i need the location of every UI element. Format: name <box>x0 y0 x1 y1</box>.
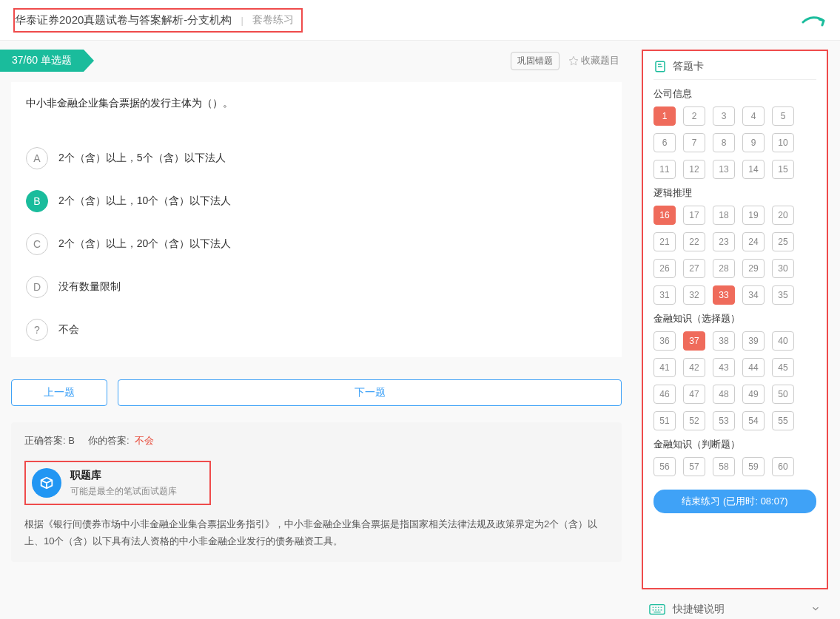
chevron-down-icon <box>810 603 821 616</box>
question-number-18[interactable]: 18 <box>713 206 735 225</box>
question-number-60[interactable]: 60 <box>772 457 794 476</box>
question-number-25[interactable]: 25 <box>772 232 794 251</box>
question-number-6[interactable]: 6 <box>653 133 676 152</box>
question-number-24[interactable]: 24 <box>742 232 765 251</box>
question-number-22[interactable]: 22 <box>683 232 705 251</box>
question-number-52[interactable]: 52 <box>683 411 705 430</box>
choice-?[interactable]: ?不会 <box>26 319 607 341</box>
choice-text: 2个（含）以上，10个（含）以下法人 <box>58 195 231 208</box>
question-number-16[interactable]: 16 <box>653 206 676 225</box>
svg-rect-1 <box>650 605 665 615</box>
question-number-3[interactable]: 3 <box>713 106 735 126</box>
question-number-14[interactable]: 14 <box>742 160 765 179</box>
question-number-10[interactable]: 10 <box>772 133 794 152</box>
question-number-54[interactable]: 54 <box>742 411 765 430</box>
choice-C[interactable]: C2个（含）以上，20个（含）以下法人 <box>26 233 607 255</box>
question-number-49[interactable]: 49 <box>742 385 765 404</box>
question-number-21[interactable]: 21 <box>653 232 676 251</box>
question-number-30[interactable]: 30 <box>772 259 794 278</box>
question-number-17[interactable]: 17 <box>683 206 705 225</box>
consolidate-button[interactable]: 巩固错题 <box>511 52 560 70</box>
choice-A[interactable]: A2个（含）以上，5个（含）以下法人 <box>26 147 607 169</box>
nav-buttons: 上一题 下一题 <box>11 379 622 406</box>
question-number-51[interactable]: 51 <box>653 411 676 430</box>
question-number-28[interactable]: 28 <box>713 259 735 278</box>
question-number-38[interactable]: 38 <box>713 331 735 351</box>
header-title-box: 华泰证券2020真题试卷与答案解析-分支机构 | 套卷练习 <box>13 8 303 33</box>
question-number-31[interactable]: 31 <box>653 285 676 305</box>
header-bar: 华泰证券2020真题试卷与答案解析-分支机构 | 套卷练习 <box>0 0 840 41</box>
choice-text: 2个（含）以上，20个（含）以下法人 <box>58 237 231 251</box>
question-number-19[interactable]: 19 <box>742 206 765 225</box>
question-number-33[interactable]: 33 <box>713 285 735 305</box>
shortcut-bar[interactable]: 快捷键说明 <box>642 598 828 619</box>
answer-card-title: 答题卡 <box>673 60 704 73</box>
question-number-13[interactable]: 13 <box>713 160 735 179</box>
question-body: 中小非金融企业集合票据的发行主体为（）。 A2个（含）以上，5个（含）以下法人B… <box>11 82 622 357</box>
question-number-46[interactable]: 46 <box>653 385 676 404</box>
question-number-43[interactable]: 43 <box>713 358 735 377</box>
choice-B[interactable]: B2个（含）以上，10个（含）以下法人 <box>26 190 607 212</box>
question-number-27[interactable]: 27 <box>683 259 705 278</box>
your-answer-value: 不会 <box>135 435 154 446</box>
question-number-58[interactable]: 58 <box>713 457 735 476</box>
question-number-34[interactable]: 34 <box>742 285 765 305</box>
question-number-42[interactable]: 42 <box>683 358 705 377</box>
side-column: 答题卡 公司信息123456789101112131415逻辑推理1617181… <box>642 50 828 619</box>
question-number-26[interactable]: 26 <box>653 259 676 278</box>
finish-time: 08:07 <box>761 495 785 507</box>
question-number-45[interactable]: 45 <box>772 358 794 377</box>
finish-practice-button[interactable]: 结束练习 (已用时: 08:07) <box>653 490 816 513</box>
favorite-label: 收藏题目 <box>581 54 619 67</box>
answer-box: 正确答案: B 你的答案: 不会 职题库 可能是最全的笔试面试题库 根据《银行间… <box>11 422 622 562</box>
question-number-50[interactable]: 50 <box>772 385 794 404</box>
question-number-36[interactable]: 36 <box>653 331 676 351</box>
exam-title: 华泰证券2020真题试卷与答案解析-分支机构 <box>15 13 232 27</box>
question-number-20[interactable]: 20 <box>772 206 794 225</box>
choice-text: 2个（含）以上，5个（含）以下法人 <box>58 152 226 165</box>
question-number-41[interactable]: 41 <box>653 358 676 377</box>
question-number-37[interactable]: 37 <box>683 331 705 351</box>
card-icon <box>653 60 667 73</box>
choice-letter: B <box>26 190 48 212</box>
brand-text: 职题库 可能是最全的笔试面试题库 <box>70 469 177 498</box>
back-arrow-icon[interactable] <box>802 13 825 33</box>
question-number-11[interactable]: 11 <box>653 160 676 179</box>
question-number-47[interactable]: 47 <box>683 385 705 404</box>
question-number-7[interactable]: 7 <box>683 133 705 152</box>
main-column: 37/60 单选题 巩固错题 收藏题目 中小非金融企业集合票据的发行主体为（）。… <box>0 50 633 619</box>
question-number-56[interactable]: 56 <box>653 457 676 476</box>
favorite-button[interactable]: 收藏题目 <box>568 54 619 67</box>
question-number-44[interactable]: 44 <box>742 358 765 377</box>
question-number-4[interactable]: 4 <box>742 106 765 126</box>
question-number-12[interactable]: 12 <box>683 160 705 179</box>
question-number-35[interactable]: 35 <box>772 285 794 305</box>
prev-button[interactable]: 上一题 <box>11 379 107 406</box>
question-number-29[interactable]: 29 <box>742 259 765 278</box>
question-number-53[interactable]: 53 <box>713 411 735 430</box>
brand-subtitle: 可能是最全的笔试面试题库 <box>70 485 177 498</box>
question-number-23[interactable]: 23 <box>713 232 735 251</box>
next-button[interactable]: 下一题 <box>118 379 622 406</box>
brand-title: 职题库 <box>70 469 177 482</box>
question-number-48[interactable]: 48 <box>713 385 735 404</box>
question-number-57[interactable]: 57 <box>683 457 705 476</box>
answer-card-sections: 公司信息123456789101112131415逻辑推理16171819202… <box>653 87 816 476</box>
question-number-15[interactable]: 15 <box>772 160 794 179</box>
practice-mode-label: 套卷练习 <box>252 13 294 27</box>
question-number-2[interactable]: 2 <box>683 106 705 126</box>
explanation-text: 根据《银行间债券市场中小非金融企业集合票据业务指引》，中小非金融企业集合票据是指… <box>24 515 608 550</box>
question-number-32[interactable]: 32 <box>683 285 705 305</box>
question-number-40[interactable]: 40 <box>772 331 794 351</box>
question-number-1[interactable]: 1 <box>653 106 676 126</box>
question-number-59[interactable]: 59 <box>742 457 765 476</box>
question-number-9[interactable]: 9 <box>742 133 765 152</box>
question-number-8[interactable]: 8 <box>713 133 735 152</box>
question-number-55[interactable]: 55 <box>772 411 794 430</box>
question-actions: 巩固错题 收藏题目 <box>511 52 619 70</box>
question-number-39[interactable]: 39 <box>742 331 765 351</box>
question-number-grid: 3637383940414243444546474849505152535455 <box>653 331 816 430</box>
question-number-5[interactable]: 5 <box>772 106 794 126</box>
choice-D[interactable]: D没有数量限制 <box>26 276 607 298</box>
question-text: 中小非金融企业集合票据的发行主体为（）。 <box>26 97 607 110</box>
